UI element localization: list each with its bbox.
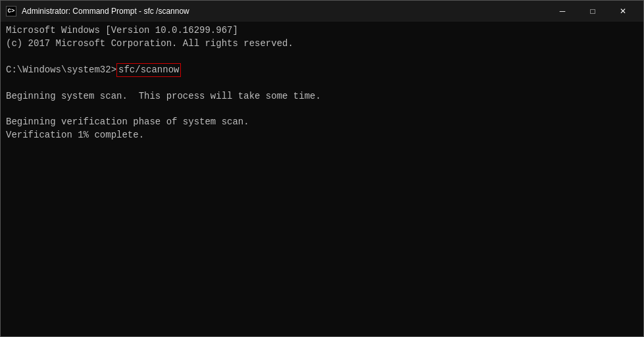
console-body[interactable]: Microsoft Windows [Version 10.0.16299.96… [1, 22, 643, 336]
window-controls: ─ □ ✕ [547, 1, 638, 22]
blank-line-2 [6, 77, 638, 90]
prompt-line: C:\Windows\system32>sfc/scannow [6, 63, 638, 78]
cmd-icon-text: C> [8, 8, 15, 14]
scan-begin-line: Beginning system scan. This process will… [6, 90, 638, 103]
copyright-line: (c) 2017 Microsoft Corporation. All righ… [6, 38, 638, 51]
prompt-text: C:\Windows\system32> [6, 64, 116, 77]
blank-line-1 [6, 50, 638, 63]
minimize-button[interactable]: ─ [547, 1, 578, 22]
close-button[interactable]: ✕ [608, 1, 638, 22]
title-bar-left: C> Administrator: Command Prompt - sfc /… [6, 6, 189, 16]
cmd-icon: C> [6, 6, 16, 16]
title-bar: C> Administrator: Command Prompt - sfc /… [1, 1, 643, 22]
window-title: Administrator: Command Prompt - sfc /sca… [22, 7, 189, 16]
version-line: Microsoft Windows [Version 10.0.16299.96… [6, 24, 638, 38]
verification-begin-line: Beginning verification phase of system s… [6, 116, 638, 129]
cmd-window: C> Administrator: Command Prompt - sfc /… [0, 0, 644, 337]
verification-progress-line: Verification 1% complete. [6, 129, 638, 142]
maximize-button[interactable]: □ [578, 1, 608, 22]
command-text: sfc/scannow [116, 63, 181, 78]
blank-line-3 [6, 103, 638, 117]
